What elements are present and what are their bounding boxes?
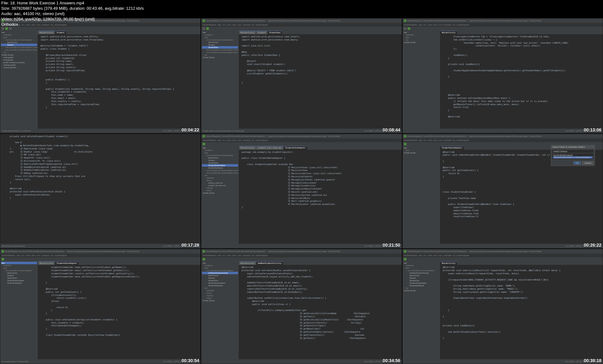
app-icon [203,19,205,22]
app-icon [2,250,4,253]
project-tree[interactable]: app manifests java res Gradle Scripts [403,30,440,129]
timestamp: 00:30:54 [182,358,199,363]
thumbnail-2: StudentRegister [C:\Users\HP\AndroidStud… [201,18,402,133]
thumbnail-4: private void deleteStudent(Student stude… [0,134,201,249]
timestamp: 00:13:06 [584,127,601,132]
app-icon [404,19,406,22]
window-title: StudentRegister [C:\Users\HP\AndroidStud… [206,20,340,22]
project-tree[interactable]: app manifests java com.example.hp.studen… [403,261,440,359]
window-title: StudentRegister [C:\Users\HP\AndroidStud… [5,250,139,252]
code-editor[interactable]: MainActivityStudentStudentDao import and… [239,30,401,129]
app-icon [203,135,205,137]
breadcrumb[interactable]: StudentRegister › app › src › main › jav… [201,138,401,142]
breadcrumb[interactable]: StudentRegister › app › src › main › jav… [403,254,603,257]
code-content[interactable]: package com.example.hp.studentregister; … [239,150,401,211]
thumbnail-1: StudentRegister [C:\Users\HP\AndroidStud… [0,18,201,133]
timestamp: 00:08:44 [383,127,400,132]
code-content[interactable]: FloatingActionButton fab = (FloatingActi… [440,34,603,120]
hammer-icon[interactable] [203,27,205,30]
project-tree[interactable]: app manifests java com.example.hp.studen… [0,261,38,359]
video-line: Video: h264, yuv420p, 1280x720, 30.00 fp… [1,17,144,22]
run-icon[interactable] [2,258,4,260]
thumbnail-5: StudentRegister [C:\Users\HP\AndroidStud… [201,134,402,249]
generate-setters-dialog[interactable]: Select Fields to Generate Setters Intell… [551,145,595,166]
audio-line: Audio: aac, 44100 Hz, stereo (und) [1,11,144,17]
project-tree[interactable]: app manifests java com.example.hp.studen… [201,261,239,359]
breadcrumb[interactable]: StudentRegister › app › src › main › jav… [403,138,603,142]
code-editor[interactable]: MainActivity FloatingActionButton fab = … [440,30,603,129]
dialog-dropdown[interactable]: IntelliJ Default [552,150,593,153]
timestamp: 00:39:18 [584,358,601,363]
code-content[interactable]: import android.arch.persistence.room.Ent… [38,34,200,110]
dialog-title: Select Fields to Generate Setters [551,145,595,149]
dialog-item-selected[interactable]: StudentViewHolder in StudentDataAd [553,156,593,158]
run-icon[interactable] [404,143,406,145]
project-tree[interactable]: app manifests java com.example.hp.studen… [0,30,38,129]
app-icon [203,250,205,253]
tree-app: app [1,31,37,34]
run-icon[interactable] [404,258,406,260]
project-tree[interactable]: app manifests java com.example.hp.studen… [201,146,239,244]
thumbnail-3: StudentRegister [C:\Users\HP\AndroidStud… [402,18,603,133]
code-content[interactable]: private void deleteStudent(Student stude… [0,134,200,201]
thumbnail-7: StudentRegister [C:\Users\HP\AndroidStud… [0,249,201,364]
size-line: Size: 397926887 bytes (379.49 MiB), dura… [1,6,144,11]
breadcrumb[interactable]: StudentRegister › app › src › main › jav… [0,254,200,257]
window-title: StudentRegister [C:\Users\HP\AndroidStud… [407,20,542,22]
timestamp: 00:26:22 [584,243,601,248]
timestamp: 00:34:56 [383,358,400,363]
thumbnail-6: StudentRegister [C:\Users\HP\AndroidStud… [402,134,603,249]
thumbnail-8: StudentRegister [C:\Users\HP\AndroidStud… [201,249,402,364]
run-icon[interactable] [206,27,209,30]
code-editor[interactable]: MainActivityStudentDataAdapter studentVi… [38,261,200,359]
timestamp: 00:21:50 [383,243,400,248]
code-editor[interactable]: MainActivity @Override protected void on… [440,261,603,359]
code-editor[interactable]: MainActivityAddNewStudentActivity @Overr… [239,261,401,359]
cancel-button[interactable]: Cancel [582,161,594,165]
extra-line: Orthodox [1,22,144,27]
code-content[interactable]: @Override protected void onCreate(Bundle… [239,265,401,341]
code-content[interactable]: @Override protected void onActivityResul… [440,265,603,341]
run-icon[interactable] [203,143,205,145]
ok-button[interactable]: OK [573,161,581,165]
timestamp: 00:04:22 [182,127,199,132]
window-title: StudentRegister [C:\Users\HP\AndroidStud… [407,250,542,252]
app-icon [404,250,406,253]
hammer-icon[interactable] [404,27,406,30]
breadcrumb[interactable]: StudentRegister › app › src › main › jav… [403,23,603,27]
project-tree[interactable]: app java Gradle Scripts [403,146,440,244]
code-editor[interactable]: MainActivitystudent_list_item.xmlStudent… [239,146,401,244]
code-content[interactable]: import android.arch.persistence.room.Ins… [239,34,401,86]
app-icon [404,135,406,137]
window-title: StudentRegister [C:\Users\HP\AndroidStud… [407,135,542,137]
file-line: File: 18. Home Work Exercise 1 Answers.m… [1,1,144,6]
breadcrumb[interactable]: StudentRegister › app › src › main › jav… [201,254,401,257]
run-icon[interactable] [408,27,410,30]
code-editor[interactable]: private void deleteStudent(Student stude… [0,134,200,249]
window-title: StudentRegister [C:\Users\HP\AndroidStud… [206,250,340,252]
window-title: StudentRegister [C:\Users\HP\AndroidStud… [206,135,340,137]
thumbnail-9: StudentRegister [C:\Users\HP\AndroidStud… [402,249,603,364]
dialog-item[interactable]: StudentDataAdapter [553,154,593,156]
code-content[interactable]: studentViewHolder.name.setText(currentSt… [38,265,200,338]
project-tree[interactable]: app manifests java com.example.hp.studen… [201,30,239,129]
code-editor[interactable]: MainActivityStudent import android.arch.… [38,30,200,129]
breadcrumb[interactable]: StudentRegister › app › src › main › jav… [201,23,401,27]
run-icon[interactable] [203,258,205,260]
timestamp: 00:17:28 [182,243,199,248]
